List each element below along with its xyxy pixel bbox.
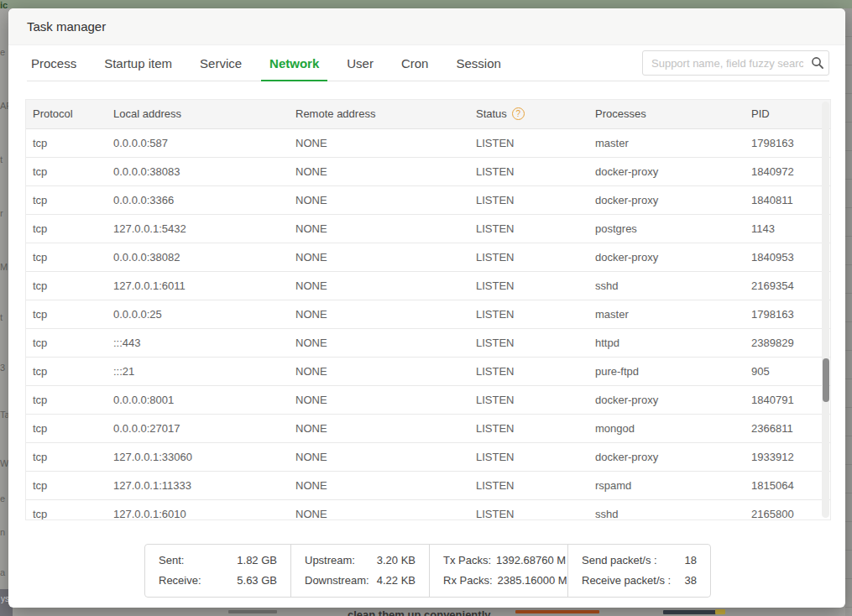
column-processes: Processes [588, 100, 745, 128]
tab[interactable]: Network [269, 45, 319, 81]
remote-cell: NONE [289, 157, 469, 185]
scrollbar-track[interactable] [822, 102, 829, 518]
protocol-cell: tcp [26, 157, 107, 185]
table-row: tcp 0.0.0.0:27017 NONE LISTEN mongod 236… [26, 414, 830, 442]
pid-cell: 1840953 [745, 243, 830, 271]
column-remote: Remote address [289, 100, 469, 128]
status-cell: LISTEN [469, 385, 588, 414]
protocol-cell: tcp [26, 214, 107, 243]
processes-cell: sshd [588, 499, 745, 520]
local-cell: 0.0.0.0:27017 [107, 414, 289, 442]
pid-cell: 1798163 [745, 128, 830, 157]
stat-label: Downstream: [305, 572, 369, 589]
table-row: tcp 127.0.0.1:5432 NONE LISTEN postgres … [26, 214, 830, 243]
processes-cell: docker-proxy [588, 185, 745, 214]
backdrop-smudge [715, 609, 725, 614]
status-cell: LISTEN [469, 271, 588, 300]
protocol-cell: tcp [26, 442, 107, 471]
traffic-stats-bar: Sent: 1.82 GB Receive: 5.63 GB Upstream:… [144, 544, 711, 598]
protocol-cell: tcp [26, 328, 107, 357]
remote-cell: NONE [289, 243, 469, 271]
protocol-cell: tcp [26, 300, 107, 328]
status-cell: LISTEN [469, 499, 588, 520]
table-row: tcp 0.0.0.0:38083 NONE LISTEN docker-pro… [26, 157, 830, 185]
processes-cell: docker-proxy [588, 157, 745, 185]
processes-cell: rspamd [588, 471, 745, 499]
tab[interactable]: User [347, 45, 374, 81]
stat-label: Receive packet/s : [582, 572, 671, 589]
protocol-cell: tcp [26, 357, 107, 385]
tab[interactable]: Session [456, 45, 500, 81]
local-cell: 0.0.0.0:25 [107, 300, 289, 328]
search-input[interactable] [643, 57, 807, 70]
stat-label: Send packet/s : [582, 552, 657, 569]
background-header-bar: ic [0, 0, 852, 8]
status-cell: LISTEN [469, 357, 588, 385]
network-table: Protocol Local address Remote address St… [25, 99, 831, 520]
table-row: tcp 127.0.0.1:33060 NONE LISTEN docker-p… [26, 442, 830, 471]
tab[interactable]: Service [200, 45, 242, 81]
stat-value: 4.22 KB [377, 572, 416, 589]
processes-cell: master [588, 128, 745, 157]
local-cell: :::21 [107, 357, 289, 385]
protocol-cell: tcp [26, 414, 107, 442]
search-icon[interactable] [807, 56, 828, 70]
screen: ic e AP t r M t 3 Ta W e [0, 0, 852, 616]
status-cell: LISTEN [469, 214, 588, 243]
stats-packs: Tx Packs: 1392.68760 M Rx Packs: 2385.16… [429, 545, 567, 597]
table-row: tcp 0.0.0.0:587 NONE LISTEN master 17981… [26, 128, 830, 157]
tab[interactable]: Cron [401, 45, 429, 81]
processes-cell: pure-ftpd [588, 357, 745, 385]
local-cell: 0.0.0.0:38082 [107, 243, 289, 271]
status-cell: LISTEN [469, 414, 588, 442]
table-row: tcp 127.0.0.1:6011 NONE LISTEN sshd 2169… [26, 271, 830, 300]
dialog-header: Task manager [8, 8, 845, 45]
pid-cell: 1815064 [745, 471, 830, 499]
pid-cell: 1840811 [745, 185, 830, 214]
processes-cell: docker-proxy [588, 385, 745, 414]
column-local: Local address [107, 100, 289, 128]
processes-cell: sshd [588, 271, 745, 300]
protocol-cell: tcp [26, 185, 107, 214]
remote-cell: NONE [289, 271, 469, 300]
tab[interactable]: Process [31, 45, 76, 81]
scrollbar-thumb[interactable] [823, 358, 829, 402]
remote-cell: NONE [289, 328, 469, 357]
column-protocol: Protocol [26, 100, 107, 128]
remote-cell: NONE [289, 385, 469, 414]
table-row: tcp 0.0.0.0:25 NONE LISTEN master 179816… [26, 300, 830, 328]
remote-cell: NONE [289, 300, 469, 328]
local-cell: 127.0.0.1:6011 [107, 271, 289, 300]
backdrop-smudge [228, 610, 277, 613]
search-box [642, 50, 829, 76]
remote-cell: NONE [289, 214, 469, 243]
table-row: tcp 0.0.0.0:8001 NONE LISTEN docker-prox… [26, 385, 830, 414]
local-cell: 127.0.0.1:5432 [107, 214, 289, 243]
stat-label: Tx Packs: [443, 552, 491, 569]
protocol-cell: tcp [26, 271, 107, 300]
protocol-cell: tcp [26, 499, 107, 520]
local-cell: 0.0.0.0:38083 [107, 157, 289, 185]
local-cell: 0.0.0.0:3366 [107, 185, 289, 214]
column-status: Status ? [469, 100, 588, 128]
pid-cell: 1933912 [745, 442, 830, 471]
remote-cell: NONE [289, 499, 469, 520]
protocol-cell: tcp [26, 128, 107, 157]
processes-cell: docker-proxy [588, 442, 745, 471]
protocol-cell: tcp [26, 385, 107, 414]
status-cell: LISTEN [469, 300, 588, 328]
tab[interactable]: Startup item [104, 45, 172, 81]
status-cell: LISTEN [469, 243, 588, 271]
status-help-icon[interactable]: ? [512, 107, 525, 120]
local-cell: 0.0.0.0:8001 [107, 385, 289, 414]
stat-value: 38 [685, 572, 697, 589]
toolbar: Process Startup item Service Network Use… [27, 45, 829, 81]
stats-stream: Upstream: 3.20 KB Downstream: 4.22 KB [290, 545, 429, 597]
tab-bar: Process Startup item Service Network Use… [31, 45, 501, 81]
stats-sent-receive: Sent: 1.82 GB Receive: 5.63 GB [145, 545, 290, 597]
background-table-edge [845, 8, 852, 616]
pid-cell: 1840972 [745, 157, 830, 185]
pid-cell: 1143 [745, 214, 830, 243]
stat-value: 18 [685, 552, 697, 569]
table-row: tcp 0.0.0.0:3366 NONE LISTEN docker-prox… [26, 185, 830, 214]
